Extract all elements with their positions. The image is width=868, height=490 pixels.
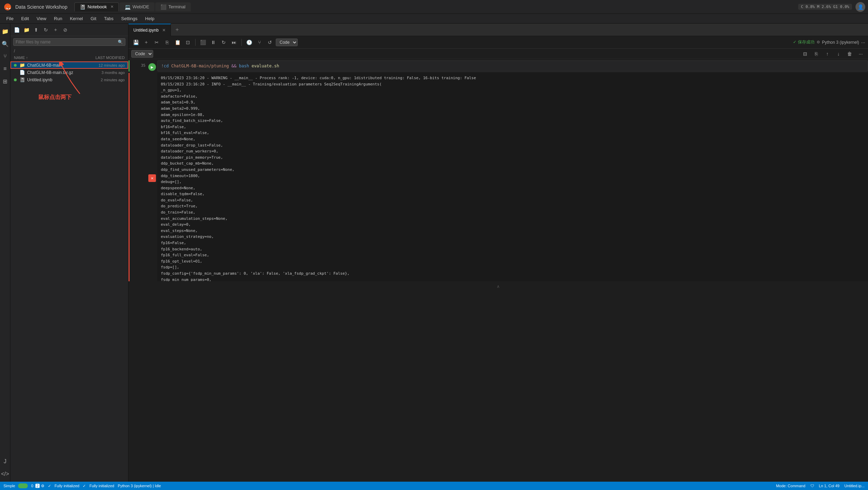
main-layout: 📁 🔍 ⑂ ≡ ⊞ J </> 📄 📁 ⬆ ↻ ＋ ⊘ 🔍 / Name ↑ L…	[0, 24, 868, 482]
sep-2	[241, 39, 242, 46]
menu-edit[interactable]: Edit	[18, 15, 32, 22]
editor-tab-label: Untitled.ipynb	[133, 28, 159, 33]
search-bar[interactable]: 🔍	[13, 38, 125, 46]
list-item-chatglm[interactable]: 📁 ChatGLM-6B-main 12 minutes ago	[10, 61, 128, 69]
menu-kernel[interactable]: Kernel	[66, 15, 86, 22]
status-shield: 🛡	[810, 484, 814, 488]
interrupt-btn[interactable]: ⏸	[209, 38, 218, 47]
more-btn[interactable]: ···	[861, 40, 865, 45]
status-fully-initialized-1: Fully initialized	[55, 484, 80, 488]
activity-files[interactable]: 📁	[0, 26, 10, 36]
file-list: 📁 ChatGLM-6B-main 12 minutes ago 📄 ChatG…	[10, 61, 128, 482]
output-line: data_seed=None,	[161, 136, 865, 142]
paste-btn[interactable]: 📋	[173, 38, 182, 47]
menu-git[interactable]: Git	[87, 15, 100, 22]
top-bar: 🦊 Data Science Workshop 📓 Notebook ✕ 💻 W…	[0, 0, 868, 14]
cell-2: ✕ 09/15/2023 23:16:20 - WARNING - __main…	[129, 73, 868, 281]
app-title: Data Science Workshop	[15, 4, 67, 10]
webide-icon: 💻	[125, 4, 131, 10]
activity-git[interactable]: ⑂	[0, 51, 10, 61]
dot-indicator	[14, 64, 17, 67]
move-up-btn[interactable]: ↑	[823, 49, 832, 58]
restart-run-btn[interactable]: ⏭	[230, 38, 239, 47]
cell-1: 35 ▶ !cd ChatGLM-6B-main/ptuning && bash…	[129, 60, 868, 72]
output-line: fp16=False,	[161, 240, 865, 246]
menu-help[interactable]: Help	[142, 15, 158, 22]
top-bar-right: C 0.8% M 2.6% G1 0.0% 👤	[798, 2, 865, 12]
sidebar-btn-new-file[interactable]: 📄	[13, 26, 21, 34]
sync-btn[interactable]: ↺	[265, 38, 274, 47]
output-line: do_predict=True,	[161, 203, 865, 209]
output-line: eval_steps=None,	[161, 228, 865, 234]
sidebar-btn-add[interactable]: ＋	[51, 26, 60, 34]
output-line: 09/15/2023 23:16:20 - WARNING - __main__…	[161, 75, 865, 81]
restart-btn[interactable]: ↻	[219, 38, 228, 47]
dot-indicator-2	[14, 78, 17, 81]
output-line: fsdp_min_num_params=0,	[161, 277, 865, 281]
activity-search[interactable]: 🔍	[0, 39, 10, 49]
sidebar: 📄 📁 ⬆ ↻ ＋ ⊘ 🔍 / Name ↑ Last Modified 📁 C…	[10, 24, 129, 482]
menu-settings[interactable]: Settings	[118, 15, 141, 22]
sep-1	[195, 39, 196, 46]
sidebar-btn-filter[interactable]: ⊘	[61, 26, 69, 34]
cell-run-btn-1[interactable]: ▶	[147, 60, 157, 72]
cell-type-select[interactable]: Code	[276, 39, 298, 46]
tab-notebook-close[interactable]: ✕	[110, 5, 114, 9]
top-bar-tabs: 📓 Notebook ✕ 💻 WebIDE ⬛ Terminal	[74, 2, 795, 11]
output-line: bf16_full_eval=False,	[161, 130, 865, 136]
menu-tabs[interactable]: Tabs	[100, 15, 117, 22]
activity-job[interactable]: J	[0, 457, 10, 466]
activity-list[interactable]: ≡	[0, 64, 10, 74]
clock-btn[interactable]: 🕐	[245, 38, 254, 47]
simple-toggle[interactable]	[18, 483, 28, 488]
status-right: Mode: Command 🛡 Ln 1, Col 49 Untitled.ip…	[776, 484, 865, 488]
run-circle-red[interactable]: ✕	[148, 174, 156, 182]
add-tab-btn[interactable]: ＋	[171, 26, 183, 33]
cell-more-btn[interactable]: ···	[856, 49, 865, 58]
sidebar-btn-refresh[interactable]: ↻	[42, 26, 50, 34]
menu-view[interactable]: View	[33, 15, 50, 22]
copy-btn[interactable]: ⎘	[163, 38, 172, 47]
search-input[interactable]	[16, 40, 118, 44]
output-line: adam_beta2=0.999,	[161, 106, 865, 112]
output-line: fp16_backend=auto,	[161, 246, 865, 252]
sidebar-btn-new-folder[interactable]: 📁	[22, 26, 31, 34]
activity-bar: 📁 🔍 ⑂ ≡ ⊞ J </>	[0, 24, 10, 482]
activity-extensions[interactable]: ⊞	[0, 76, 10, 86]
cell-gutter-2	[130, 73, 147, 281]
list-item-tarball[interactable]: 📄 ChatGLM-6B-main.tar.gz 3 months ago	[10, 69, 128, 76]
delete-cell-btn[interactable]: 🗑	[845, 49, 854, 58]
tab-webide[interactable]: 💻 WebIDE	[119, 2, 155, 11]
output-line: fsdp_config={'fsdp_min_num_params': 0, '…	[161, 271, 865, 277]
output-line: bf16=False,	[161, 124, 865, 130]
status-cells[interactable]: 0 2 ⚙	[31, 484, 44, 488]
list-item-notebook[interactable]: 📓 Untitled.ipynb 2 minutes ago	[10, 76, 128, 83]
menu-file[interactable]: File	[3, 15, 17, 22]
sidebar-btn-upload[interactable]: ⬆	[32, 26, 40, 34]
add-cell-btn[interactable]: ＋	[142, 38, 151, 47]
editor-tab-close[interactable]: ✕	[162, 28, 166, 33]
copy-cell-btn[interactable]: ⎘	[812, 49, 821, 58]
user-avatar[interactable]: 👤	[855, 2, 865, 12]
editor-tab-untitled[interactable]: Untitled.ipynb ✕	[129, 24, 171, 36]
expand-btn[interactable]: ⊡	[183, 38, 192, 47]
cell-type-select-row[interactable]: Code	[131, 50, 153, 58]
file-name-tarball: ChatGLM-6B-main.tar.gz	[27, 70, 77, 75]
stop-btn[interactable]: ⬛	[198, 38, 207, 47]
sidebar-toolbar: 📄 📁 ⬆ ↻ ＋ ⊘	[10, 24, 128, 36]
cell-input-1[interactable]: !cd ChatGLM-6B-main/ptuning && bash eval…	[157, 60, 868, 72]
cell-row-toolbar: Code ⊟ ⎘ ↑ ↓ 🗑 ···	[129, 49, 868, 59]
split-cell-btn[interactable]: ⊟	[801, 49, 810, 58]
output-line: _n_gpu=1,	[161, 87, 865, 93]
tab-terminal[interactable]: ⬛ Terminal	[155, 2, 191, 11]
tab-notebook[interactable]: 📓 Notebook ✕	[74, 2, 119, 11]
activity-code[interactable]: </>	[0, 469, 10, 479]
move-down-btn[interactable]: ↓	[834, 49, 843, 58]
menu-run[interactable]: Run	[50, 15, 66, 22]
status-simple[interactable]: Simple	[3, 483, 28, 488]
run-circle-green[interactable]: ▶	[148, 63, 156, 71]
cell-run-btn-2[interactable]: ✕	[147, 73, 157, 281]
git-btn[interactable]: ⑂	[255, 38, 264, 47]
cut-btn[interactable]: ✂	[152, 38, 161, 47]
save-btn[interactable]: 💾	[131, 38, 140, 47]
